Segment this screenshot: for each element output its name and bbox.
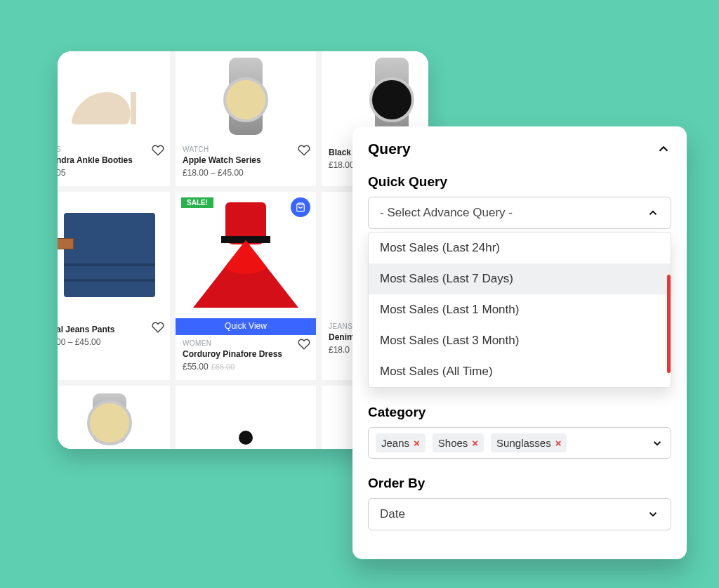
dropdown-option[interactable]: Most Sales (Last 7 Days) bbox=[369, 263, 671, 294]
product-card[interactable] bbox=[58, 386, 170, 449]
product-image: SALE! bbox=[176, 192, 316, 318]
product-card[interactable]: SALE! Quick View WOMEN Corduroy Pinafore… bbox=[176, 192, 316, 380]
orderby-value: Date bbox=[380, 507, 405, 521]
product-image bbox=[176, 51, 316, 141]
heart-icon[interactable] bbox=[152, 144, 164, 157]
product-price: 00 – £45.00 bbox=[58, 337, 163, 347]
product-price: £18.00 – £45.00 bbox=[183, 168, 309, 178]
chevron-down-icon[interactable] bbox=[651, 437, 664, 450]
chip-remove-icon[interactable]: × bbox=[472, 437, 478, 449]
dropdown-option[interactable]: Most Sales (Last 3 Month) bbox=[369, 325, 671, 356]
quick-query-label: Quick Query bbox=[368, 174, 671, 190]
chevron-up-icon bbox=[647, 207, 659, 219]
orderby-label: Order By bbox=[368, 476, 671, 491]
quick-query-dropdown: Most Sales (Last 24hr) Most Sales (Last … bbox=[368, 232, 671, 388]
category-select[interactable]: Jeans× Shoes× Sunglasses× bbox=[368, 427, 671, 459]
chip-remove-icon[interactable]: × bbox=[414, 437, 420, 449]
query-panel: Query Quick Query - Select Advance Query… bbox=[352, 126, 687, 559]
dropdown-option[interactable]: Most Sales (All Time) bbox=[369, 356, 671, 387]
product-category: S bbox=[58, 145, 163, 153]
heart-icon[interactable] bbox=[152, 321, 164, 334]
select-placeholder: - Select Advance Query - bbox=[380, 206, 513, 220]
product-image bbox=[176, 386, 316, 449]
product-image bbox=[58, 192, 170, 318]
product-price: 05 bbox=[58, 168, 163, 178]
quick-view-button[interactable]: Quick View bbox=[176, 317, 316, 335]
category-chip[interactable]: Jeans× bbox=[376, 433, 426, 452]
product-category: WOMEN bbox=[183, 339, 309, 347]
dropdown-option[interactable]: Most Sales (Last 24hr) bbox=[369, 233, 671, 263]
chevron-down-icon bbox=[647, 508, 659, 521]
orderby-select[interactable]: Date bbox=[368, 498, 671, 530]
dropdown-option[interactable]: Most Sales (Last 1 Month) bbox=[369, 294, 671, 325]
panel-title: Query bbox=[368, 141, 411, 157]
app-canvas: S ndra Ankle Booties 05 WATCH Apple Watc… bbox=[13, 13, 708, 572]
product-image bbox=[58, 51, 170, 141]
heart-icon[interactable] bbox=[298, 144, 310, 157]
product-category: WATCH bbox=[183, 145, 309, 153]
product-card[interactable]: S ndra Ankle Booties 05 bbox=[58, 51, 170, 186]
quick-query-select[interactable]: - Select Advance Query - bbox=[368, 197, 671, 229]
product-title: Corduroy Pinafore Dress bbox=[183, 349, 309, 359]
heart-icon[interactable] bbox=[298, 338, 310, 351]
product-title: ndra Ankle Booties bbox=[58, 155, 163, 165]
product-title: Apple Watch Series bbox=[183, 155, 309, 165]
chip-remove-icon[interactable]: × bbox=[555, 437, 562, 449]
chevron-up-icon[interactable] bbox=[656, 141, 671, 157]
dropdown-scrollbar[interactable] bbox=[667, 275, 671, 373]
category-chip[interactable]: Sunglasses× bbox=[491, 433, 567, 452]
product-price: £55.00£65.00 bbox=[183, 362, 309, 372]
product-title: al Jeans Pants bbox=[58, 325, 163, 334]
category-chip[interactable]: Shoes× bbox=[433, 433, 484, 452]
product-card[interactable]: WATCH Apple Watch Series £18.00 – £45.00 bbox=[176, 51, 316, 186]
category-label: Category bbox=[368, 405, 671, 420]
product-image bbox=[58, 386, 170, 449]
product-card[interactable] bbox=[176, 386, 316, 449]
product-card[interactable]: al Jeans Pants 00 – £45.00 bbox=[58, 192, 170, 380]
